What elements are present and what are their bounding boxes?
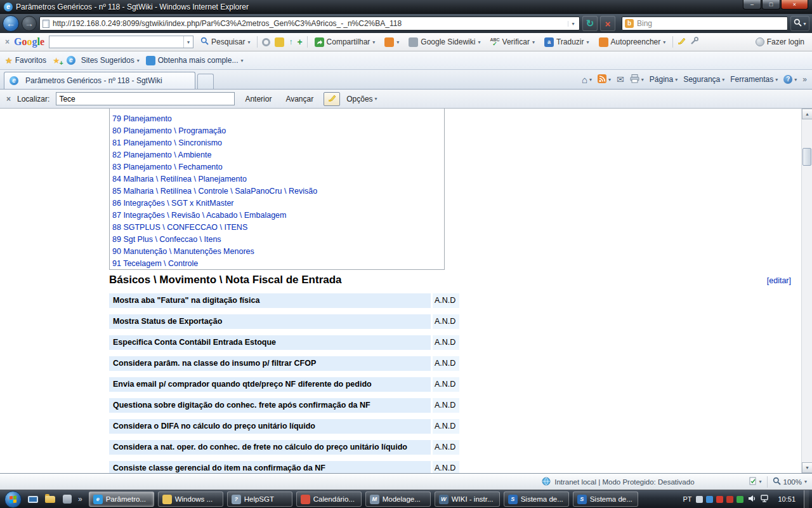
- toc-link[interactable]: 80 Planejamento \ Programação: [112, 125, 444, 137]
- read-mail-button[interactable]: ✉: [617, 74, 624, 84]
- tray-icon[interactable]: [737, 496, 743, 503]
- google-search-input[interactable]: [49, 37, 183, 47]
- favorites-button[interactable]: ★ Favoritos: [5, 56, 46, 65]
- add-button-icon[interactable]: +: [297, 37, 302, 47]
- find-close-icon[interactable]: ×: [6, 95, 11, 104]
- highlight-all-button[interactable]: [324, 92, 340, 106]
- toc-link[interactable]: 83 Planejamento \ Fechamento: [112, 161, 444, 173]
- translate-button[interactable]: a Traduzir ▾: [542, 36, 592, 48]
- language-indicator[interactable]: PT: [683, 495, 691, 503]
- google-search-dropdown[interactable]: ▾: [183, 36, 193, 48]
- toc-link[interactable]: 90 Manutenção \ Manutenções Menores: [112, 246, 444, 258]
- tray-icon[interactable]: [726, 496, 733, 503]
- sidewiki-button[interactable]: Google Sidewiki ▾: [406, 36, 483, 48]
- print-button[interactable]: ▾: [630, 74, 644, 85]
- feeds-button[interactable]: ▾: [598, 74, 611, 85]
- scrollbar-thumb[interactable]: [802, 148, 811, 166]
- scroll-down-button[interactable]: ▼: [802, 462, 812, 473]
- status-action[interactable]: ▾: [749, 477, 762, 486]
- start-button[interactable]: [4, 491, 22, 508]
- taskbar-button[interactable]: Calendário...: [296, 491, 362, 507]
- zoom-control[interactable]: 100% ▾: [773, 477, 807, 486]
- taskbar-button[interactable]: Windows ...: [158, 491, 223, 507]
- volume-icon[interactable]: [748, 495, 756, 504]
- sidewiki-orange-button[interactable]: ▾: [382, 36, 402, 48]
- toc-link[interactable]: 79 Planejamento: [112, 113, 444, 125]
- tab-favicon: e: [10, 76, 18, 85]
- back-button[interactable]: ←: [3, 15, 19, 32]
- suggested-sites-label: Sites Sugeridos: [81, 56, 134, 65]
- refresh-button[interactable]: ↻: [582, 16, 598, 31]
- search-provider-label[interactable]: Bing: [637, 19, 652, 28]
- overflow-chevron-icon[interactable]: »: [802, 75, 807, 84]
- toc-link[interactable]: 84 Malharia \ Retilínea \ Planejamento: [112, 173, 444, 185]
- taskbar-buttons: e Parâmetro... Windows ... ? HelpSGT Cal…: [89, 491, 638, 507]
- find-options-menu[interactable]: Opções ▾: [346, 95, 377, 104]
- stop-button[interactable]: ×: [600, 16, 615, 31]
- vertical-scrollbar[interactable]: ▲ ▼: [801, 109, 812, 473]
- page-menu[interactable]: Página ▾: [650, 75, 678, 84]
- find-input[interactable]: [56, 92, 235, 105]
- taskbar-button[interactable]: S Sistema de...: [504, 491, 569, 507]
- taskbar-button[interactable]: S Sistema de...: [573, 491, 638, 507]
- zoom-level: 100%: [783, 478, 802, 486]
- find-next-button[interactable]: Avançar: [282, 93, 317, 105]
- bookmark-icon[interactable]: [262, 38, 270, 46]
- toc-link[interactable]: 87 Integrações \ Revisão \ Acabado \ Emb…: [112, 210, 444, 222]
- toc-link[interactable]: 85 Malharia \ Retilínea \ Controle \ Sal…: [112, 185, 444, 197]
- quicklaunch-overflow-icon[interactable]: »: [78, 495, 82, 504]
- autofill-button[interactable]: Autopreencher ▾: [596, 36, 669, 48]
- taskbar-button[interactable]: W WIKI - instr...: [435, 491, 500, 507]
- quicklaunch-desktop-icon[interactable]: [27, 493, 39, 505]
- toc-link[interactable]: 86 Integrações \ SGT x KnitMaster: [112, 197, 444, 210]
- get-more-addons-button[interactable]: Obtenha mais comple... ▾: [146, 56, 244, 65]
- taskbar-button-label: HelpSGT: [244, 495, 274, 503]
- forward-button[interactable]: →: [22, 16, 37, 31]
- note-icon[interactable]: [275, 37, 284, 47]
- new-tab-button[interactable]: [197, 74, 214, 89]
- google-search-button[interactable]: Pesquisar ▾: [198, 36, 252, 48]
- edit-link[interactable]: [editar]: [767, 276, 791, 285]
- find-previous-button[interactable]: Anterior: [241, 93, 275, 105]
- search-go-button[interactable]: ▾: [790, 16, 809, 31]
- home-button[interactable]: ⌂ ▾: [582, 74, 592, 85]
- share-button[interactable]: Compartilhar ▾: [312, 36, 378, 48]
- quicklaunch-app-icon[interactable]: [61, 493, 74, 505]
- tab-active[interactable]: e Parâmetros Genéricos - nº 118 - SgtWik…: [4, 72, 195, 89]
- taskbar-button[interactable]: e Parâmetro...: [89, 491, 154, 507]
- toc-link[interactable]: 81 Planejamento \ Sincronismo: [112, 137, 444, 149]
- tools-menu[interactable]: Ferramentas ▾: [730, 75, 778, 84]
- toolbar-close-icon[interactable]: ×: [5, 37, 10, 46]
- quicklaunch-explorer-icon[interactable]: [44, 493, 56, 505]
- taskbar-button[interactable]: ? HelpSGT: [227, 491, 292, 507]
- close-button[interactable]: ×: [781, 0, 808, 10]
- taskbar-clock[interactable]: 10:51: [774, 495, 799, 503]
- search-box[interactable]: b Bing: [622, 17, 788, 30]
- show-desktop-button[interactable]: [804, 490, 809, 508]
- taskbar-button[interactable]: M Modelage...: [365, 491, 431, 507]
- help-menu[interactable]: ? ▾: [783, 75, 797, 84]
- send-icon[interactable]: ↑: [289, 37, 292, 46]
- maximize-button[interactable]: □: [762, 0, 780, 10]
- address-bar[interactable]: http://192.168.0.249:8099/sgtwiki/index.…: [39, 17, 580, 30]
- add-favorite-button[interactable]: ★ +: [53, 56, 60, 65]
- tray-icon[interactable]: [706, 496, 713, 503]
- url-text[interactable]: http://192.168.0.249:8099/sgtwiki/index.…: [53, 19, 568, 28]
- tray-icon[interactable]: [696, 496, 703, 503]
- highlighter-icon[interactable]: [678, 37, 686, 47]
- toc-link[interactable]: 82 Planejamento \ Ambiente: [112, 149, 444, 161]
- login-button[interactable]: Fazer login: [753, 36, 807, 48]
- address-dropdown-button[interactable]: ▾: [568, 21, 578, 27]
- wrench-icon[interactable]: [690, 37, 698, 47]
- scroll-up-button[interactable]: ▲: [802, 109, 812, 119]
- google-search-field[interactable]: ▾: [49, 36, 193, 48]
- toc-link[interactable]: 89 Sgt Plus \ Confeccao \ Itens: [112, 234, 444, 246]
- toc-link[interactable]: 88 SGTPLUS \ CONFECCAO \ ITENS: [112, 222, 444, 234]
- suggested-sites-button[interactable]: e Sites Sugeridos ▾: [67, 56, 140, 65]
- toc-link[interactable]: 91 Tecelagem \ Controle: [112, 258, 444, 270]
- security-menu[interactable]: Segurança ▾: [683, 75, 724, 84]
- tray-icon[interactable]: [716, 496, 723, 503]
- minimize-button[interactable]: –: [743, 0, 761, 10]
- spellcheck-button[interactable]: ABC ✓ Verificar ▾: [487, 36, 537, 48]
- network-icon[interactable]: [761, 495, 769, 504]
